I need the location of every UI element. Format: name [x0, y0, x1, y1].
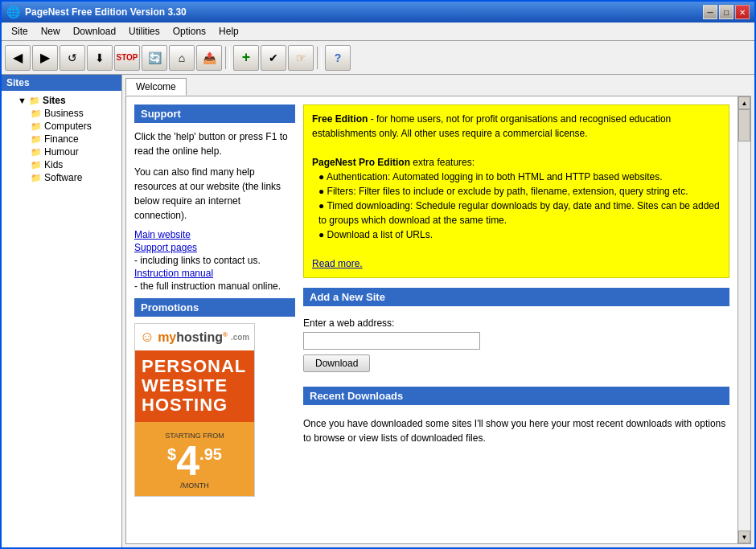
- tree-item-business[interactable]: 📁 Business: [3, 107, 120, 120]
- tree-root-sites[interactable]: ▼ 📁 Sites: [3, 94, 120, 107]
- help-button[interactable]: ?: [325, 45, 351, 71]
- tree-item-kids[interactable]: 📁 Kids: [3, 158, 120, 171]
- refresh-button[interactable]: ↺: [60, 45, 85, 71]
- promotions-section: Promotions ☺ myhosting® .com: [134, 298, 295, 497]
- pro-features-list: Authentication: Automated logging in to …: [318, 170, 721, 242]
- feature-1: Authentication: Automated logging in to …: [318, 170, 721, 184]
- maximize-button[interactable]: □: [719, 5, 733, 19]
- add-button[interactable]: +: [233, 45, 259, 71]
- menu-new[interactable]: New: [35, 24, 67, 39]
- folder-icon-business: 📁: [31, 109, 42, 119]
- promo-month-text: /MONTH: [142, 481, 248, 490]
- main-area: Sites ▼ 📁 Sites 📁 Business 📁 Compu: [2, 75, 754, 547]
- recent-downloads-text: Once you have downloaded some sites I'll…: [303, 412, 729, 450]
- read-more-link[interactable]: Read more.: [312, 258, 363, 269]
- pro-edition-suffix: extra features:: [410, 157, 475, 168]
- tree-item-finance[interactable]: 📁 Finance: [3, 133, 120, 145]
- folder-icon-finance: 📁: [31, 134, 42, 145]
- promo-registered: ®: [223, 330, 228, 338]
- promo-price: $4.95: [142, 440, 248, 481]
- stop-button[interactable]: STOP: [114, 45, 140, 71]
- promo-my: my: [158, 330, 176, 344]
- support-header: Support: [134, 104, 295, 123]
- tree-item-humour[interactable]: 📁 Humour: [3, 145, 120, 158]
- support-text-1: Click the 'help' button or press F1 to r…: [134, 129, 295, 158]
- tree-item-software[interactable]: 📁 Software: [3, 171, 120, 184]
- menu-download[interactable]: Download: [67, 24, 122, 39]
- tree-label-kids: Kids: [44, 159, 63, 170]
- content-pane: Welcome Support Click the 'help' button …: [122, 75, 754, 547]
- folder-icon-computers: 📁: [31, 121, 42, 132]
- menu-site[interactable]: Site: [5, 24, 35, 39]
- promo-header: ☺ myhosting® .com: [135, 324, 254, 350]
- tree-label-finance: Finance: [44, 133, 79, 145]
- back-button[interactable]: ◀: [5, 45, 31, 71]
- free-edition-bold: Free Edition: [312, 113, 368, 125]
- promo-dotcom: .com: [231, 333, 249, 342]
- minimize-button[interactable]: ─: [703, 5, 717, 19]
- support-text-2: You can also find many help resources at…: [134, 165, 295, 223]
- toolbar-separator-2: [317, 47, 322, 69]
- welcome-panel: Support Click the 'help' button or press…: [125, 96, 751, 544]
- check-button[interactable]: ✔: [261, 45, 286, 71]
- web-address-input[interactable]: [303, 332, 480, 350]
- promo-amount: 4: [176, 437, 199, 484]
- promo-ad[interactable]: ☺ myhosting® .com PERSONAL WEBSITE HOSTI…: [134, 323, 255, 497]
- scroll-up-arrow[interactable]: ▲: [738, 96, 750, 109]
- sidebar: Sites ▼ 📁 Sites 📁 Business 📁 Compu: [2, 75, 122, 547]
- right-column: Free Edition - for home users, not for p…: [303, 104, 729, 535]
- promo-logo: ☺ myhosting® .com: [140, 329, 249, 346]
- export-button[interactable]: 📤: [196, 45, 222, 71]
- scroll-down-arrow[interactable]: ▼: [738, 531, 750, 543]
- title-text: PageNest Free Edition Version 3.30: [6, 6, 187, 18]
- forward-button[interactable]: ▶: [32, 45, 58, 71]
- promo-cents-text: .95: [199, 446, 222, 462]
- tree-item-computers[interactable]: 📁 Computers: [3, 120, 120, 133]
- promo-footer: STARTING FROM $4.95 /MONTH: [135, 422, 254, 496]
- tab-bar: Welcome: [122, 75, 754, 96]
- tree-label-software: Software: [44, 172, 82, 183]
- add-site-form: Enter a web address: Download: [303, 313, 729, 377]
- instruction-suffix: - the full instruction manual online.: [134, 281, 281, 292]
- instruction-link-container: Instruction manual - the full instructio…: [134, 268, 295, 292]
- instruction-link[interactable]: Instruction manual: [134, 268, 295, 279]
- down-button[interactable]: ⬇: [87, 45, 113, 71]
- pointer-button[interactable]: ☞: [288, 45, 314, 71]
- sidebar-header: Sites: [2, 75, 121, 91]
- window-controls: ─ □ ✕: [703, 5, 750, 19]
- sync-button[interactable]: 🔄: [142, 45, 167, 71]
- promo-hosting: hosting: [176, 330, 223, 344]
- menu-bar: Site New Download Utilities Options Help: [2, 23, 754, 41]
- toolbar-separator-1: [225, 47, 230, 69]
- folder-icon-kids: 📁: [31, 160, 42, 170]
- support-pages-link-container: Support pages - including links to conta…: [134, 242, 295, 266]
- add-site-header: Add a New Site: [303, 288, 729, 306]
- download-button[interactable]: Download: [303, 354, 370, 372]
- support-pages-suffix: - including links to contact us.: [134, 255, 261, 266]
- main-website-link[interactable]: Main website: [134, 229, 295, 240]
- address-label: Enter a web address:: [303, 318, 729, 329]
- promo-big-text-1: PERSONAL: [142, 357, 248, 376]
- support-pages-link[interactable]: Support pages: [134, 242, 295, 253]
- promo-smiley: ☺: [140, 329, 154, 346]
- main-window: PageNest Free Edition Version 3.30 ─ □ ✕…: [0, 0, 756, 549]
- scroll-thumb[interactable]: [738, 109, 750, 141]
- feature-2: Filters: Filter files to include or excl…: [318, 184, 721, 199]
- folder-icon-software: 📁: [31, 173, 42, 183]
- tab-welcome[interactable]: Welcome: [125, 78, 187, 96]
- vertical-scrollbar: ▲ ▼: [738, 96, 750, 543]
- tree-label-business: Business: [44, 108, 84, 119]
- menu-utilities[interactable]: Utilities: [122, 24, 166, 39]
- menu-options[interactable]: Options: [166, 24, 212, 39]
- menu-help[interactable]: Help: [212, 24, 245, 39]
- promo-dollar-sign: $: [167, 446, 176, 462]
- folder-icon-humour: 📁: [31, 147, 42, 158]
- root-folder-icon: ▼ 📁: [18, 96, 40, 106]
- recent-downloads-section: Recent Downloads Once you have downloade…: [303, 387, 729, 450]
- title-bar: PageNest Free Edition Version 3.30 ─ □ ✕: [2, 2, 754, 23]
- tree-label-computers: Computers: [44, 121, 92, 132]
- home-button[interactable]: ⌂: [169, 45, 195, 71]
- scroll-track[interactable]: [738, 109, 750, 531]
- feature-3: Timed downloading: Schedule regular down…: [318, 199, 721, 227]
- close-button[interactable]: ✕: [735, 5, 750, 19]
